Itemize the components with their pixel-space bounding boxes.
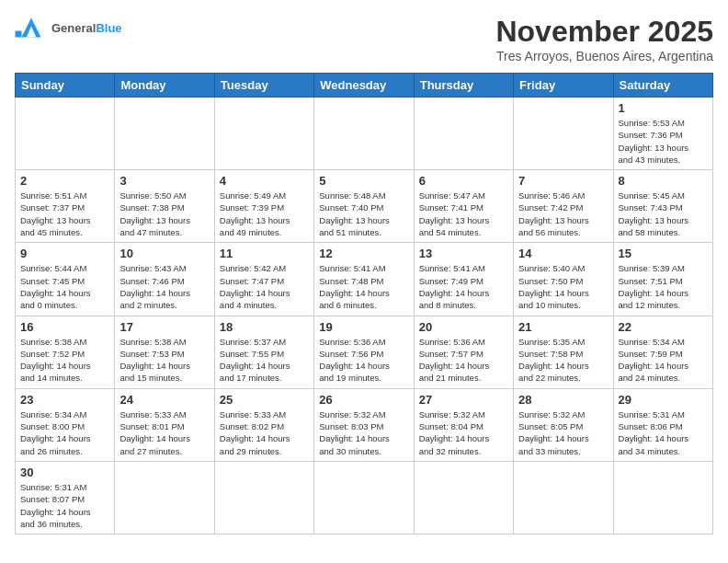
logo-icon — [15, 15, 48, 40]
day-number: 8 — [619, 174, 708, 188]
calendar-cell-10: 5Sunrise: 5:48 AM Sunset: 7:40 PM Daylig… — [314, 170, 414, 243]
weekday-header-row: Sunday Monday Tuesday Wednesday Thursday… — [16, 74, 713, 98]
day-info: Sunrise: 5:34 AM Sunset: 7:59 PM Dayligh… — [619, 336, 708, 385]
day-number: 9 — [20, 247, 109, 260]
calendar-cell-0 — [16, 98, 115, 170]
day-number: 29 — [619, 393, 708, 407]
calendar-cell-40 — [514, 461, 613, 534]
calendar-cell-30: 25Sunrise: 5:33 AM Sunset: 8:02 PM Dayli… — [214, 388, 313, 461]
day-number: 14 — [518, 247, 608, 260]
header-thursday: Thursday — [414, 74, 513, 98]
day-number: 21 — [518, 320, 608, 334]
calendar-cell-20: 15Sunrise: 5:39 AM Sunset: 7:51 PM Dayli… — [613, 243, 712, 316]
day-number: 23 — [20, 393, 109, 407]
header-tuesday: Tuesday — [214, 74, 313, 98]
day-number: 26 — [319, 393, 408, 407]
day-number: 30 — [20, 465, 109, 479]
calendar-cell-15: 10Sunrise: 5:43 AM Sunset: 7:46 PM Dayli… — [115, 243, 214, 316]
calendar-cell-18: 13Sunrise: 5:41 AM Sunset: 7:49 PM Dayli… — [414, 243, 513, 316]
header-friday: Friday — [514, 74, 613, 98]
calendar-grid: Sunday Monday Tuesday Wednesday Thursday… — [15, 73, 713, 534]
calendar-cell-26: 21Sunrise: 5:35 AM Sunset: 7:58 PM Dayli… — [514, 316, 613, 388]
calendar-row-4: 16Sunrise: 5:38 AM Sunset: 7:52 PM Dayli… — [16, 316, 713, 388]
calendar-cell-35: 30Sunrise: 5:31 AM Sunset: 8:07 PM Dayli… — [16, 461, 115, 534]
day-info: Sunrise: 5:39 AM Sunset: 7:51 PM Dayligh… — [619, 262, 708, 311]
day-info: Sunrise: 5:44 AM Sunset: 7:45 PM Dayligh… — [20, 262, 109, 311]
calendar-cell-13: 8Sunrise: 5:45 AM Sunset: 7:43 PM Daylig… — [613, 170, 712, 243]
day-number: 27 — [419, 393, 508, 407]
calendar-cell-29: 24Sunrise: 5:33 AM Sunset: 8:01 PM Dayli… — [115, 388, 214, 461]
day-number: 6 — [419, 174, 508, 188]
svg-rect-3 — [16, 31, 22, 38]
header-wednesday: Wednesday — [314, 74, 414, 98]
calendar-cell-16: 11Sunrise: 5:42 AM Sunset: 7:47 PM Dayli… — [214, 243, 313, 316]
day-info: Sunrise: 5:50 AM Sunset: 7:38 PM Dayligh… — [119, 190, 209, 238]
header-saturday: Saturday — [613, 74, 712, 98]
calendar-cell-11: 6Sunrise: 5:47 AM Sunset: 7:41 PM Daylig… — [414, 170, 513, 243]
day-number: 7 — [518, 174, 608, 188]
day-info: Sunrise: 5:42 AM Sunset: 7:47 PM Dayligh… — [220, 262, 309, 311]
calendar-cell-2 — [214, 98, 313, 170]
day-info: Sunrise: 5:32 AM Sunset: 8:03 PM Dayligh… — [319, 408, 408, 457]
day-number: 13 — [419, 247, 508, 260]
calendar-cell-32: 27Sunrise: 5:32 AM Sunset: 8:04 PM Dayli… — [414, 388, 513, 461]
calendar-cell-38 — [314, 461, 414, 534]
day-number: 20 — [419, 320, 508, 334]
day-info: Sunrise: 5:38 AM Sunset: 7:52 PM Dayligh… — [20, 336, 109, 385]
day-info: Sunrise: 5:48 AM Sunset: 7:40 PM Dayligh… — [319, 190, 408, 238]
calendar-cell-25: 20Sunrise: 5:36 AM Sunset: 7:57 PM Dayli… — [414, 316, 513, 388]
calendar-cell-33: 28Sunrise: 5:32 AM Sunset: 8:05 PM Dayli… — [514, 388, 613, 461]
calendar-cell-34: 29Sunrise: 5:31 AM Sunset: 8:06 PM Dayli… — [613, 388, 712, 461]
calendar-cell-22: 17Sunrise: 5:38 AM Sunset: 7:53 PM Dayli… — [115, 316, 214, 388]
day-number: 3 — [119, 174, 209, 188]
day-info: Sunrise: 5:40 AM Sunset: 7:50 PM Dayligh… — [518, 262, 608, 311]
calendar-cell-1 — [115, 98, 214, 170]
calendar-container: GeneralBlue November 2025 Tres Arroyos, … — [0, 0, 728, 563]
day-number: 17 — [119, 320, 209, 334]
day-info: Sunrise: 5:45 AM Sunset: 7:43 PM Dayligh… — [619, 190, 708, 238]
calendar-cell-5 — [514, 98, 613, 170]
day-info: Sunrise: 5:46 AM Sunset: 7:42 PM Dayligh… — [518, 190, 608, 238]
header-monday: Monday — [115, 74, 214, 98]
day-info: Sunrise: 5:31 AM Sunset: 8:07 PM Dayligh… — [20, 481, 109, 530]
day-number: 12 — [319, 247, 408, 260]
calendar-cell-6: 1Sunrise: 5:53 AM Sunset: 7:36 PM Daylig… — [613, 98, 712, 170]
month-title: November 2025 — [495, 15, 713, 49]
calendar-cell-9: 4Sunrise: 5:49 AM Sunset: 7:39 PM Daylig… — [214, 170, 313, 243]
day-info: Sunrise: 5:51 AM Sunset: 7:37 PM Dayligh… — [20, 190, 109, 238]
day-info: Sunrise: 5:33 AM Sunset: 8:01 PM Dayligh… — [119, 408, 209, 457]
day-info: Sunrise: 5:36 AM Sunset: 7:56 PM Dayligh… — [319, 336, 408, 385]
day-number: 11 — [220, 247, 309, 260]
calendar-cell-17: 12Sunrise: 5:41 AM Sunset: 7:48 PM Dayli… — [314, 243, 414, 316]
logo: GeneralBlue — [15, 15, 122, 40]
logo-text: GeneralBlue — [51, 21, 122, 35]
day-number: 1 — [619, 101, 708, 115]
header-sunday: Sunday — [16, 74, 115, 98]
header: GeneralBlue November 2025 Tres Arroyos, … — [15, 15, 713, 63]
day-info: Sunrise: 5:32 AM Sunset: 8:04 PM Dayligh… — [419, 408, 508, 457]
subtitle: Tres Arroyos, Buenos Aires, Argentina — [495, 49, 713, 63]
day-number: 4 — [220, 174, 309, 188]
day-number: 18 — [220, 320, 309, 334]
calendar-cell-28: 23Sunrise: 5:34 AM Sunset: 8:00 PM Dayli… — [16, 388, 115, 461]
day-info: Sunrise: 5:43 AM Sunset: 7:46 PM Dayligh… — [119, 262, 209, 311]
day-info: Sunrise: 5:37 AM Sunset: 7:55 PM Dayligh… — [220, 336, 309, 385]
calendar-cell-3 — [314, 98, 414, 170]
day-info: Sunrise: 5:34 AM Sunset: 8:00 PM Dayligh… — [20, 408, 109, 457]
day-info: Sunrise: 5:49 AM Sunset: 7:39 PM Dayligh… — [220, 190, 309, 238]
calendar-row-6: 30Sunrise: 5:31 AM Sunset: 8:07 PM Dayli… — [16, 461, 713, 534]
day-number: 22 — [619, 320, 708, 334]
calendar-cell-12: 7Sunrise: 5:46 AM Sunset: 7:42 PM Daylig… — [514, 170, 613, 243]
title-block: November 2025 Tres Arroyos, Buenos Aires… — [495, 15, 713, 63]
calendar-row-1: 1Sunrise: 5:53 AM Sunset: 7:36 PM Daylig… — [16, 98, 713, 170]
day-number: 24 — [119, 393, 209, 407]
calendar-cell-14: 9Sunrise: 5:44 AM Sunset: 7:45 PM Daylig… — [16, 243, 115, 316]
calendar-cell-21: 16Sunrise: 5:38 AM Sunset: 7:52 PM Dayli… — [16, 316, 115, 388]
calendar-cell-4 — [414, 98, 513, 170]
day-info: Sunrise: 5:35 AM Sunset: 7:58 PM Dayligh… — [518, 336, 608, 385]
day-info: Sunrise: 5:41 AM Sunset: 7:48 PM Dayligh… — [319, 262, 408, 311]
calendar-cell-27: 22Sunrise: 5:34 AM Sunset: 7:59 PM Dayli… — [613, 316, 712, 388]
day-info: Sunrise: 5:53 AM Sunset: 7:36 PM Dayligh… — [619, 117, 708, 166]
calendar-cell-7: 2Sunrise: 5:51 AM Sunset: 7:37 PM Daylig… — [16, 170, 115, 243]
calendar-cell-19: 14Sunrise: 5:40 AM Sunset: 7:50 PM Dayli… — [514, 243, 613, 316]
